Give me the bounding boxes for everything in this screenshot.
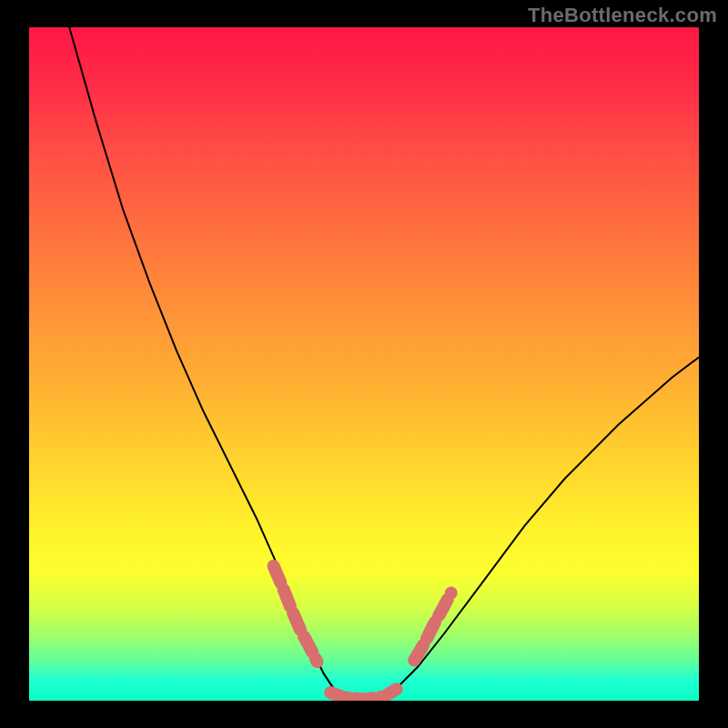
- chart-frame: [29, 27, 699, 701]
- watermark-text: TheBottleneck.com: [528, 4, 717, 27]
- series-bottleneck-curve: [69, 27, 699, 701]
- series-highlight-bottom: [330, 689, 398, 700]
- series-highlight-right: [414, 593, 451, 661]
- series-highlight-left: [274, 566, 318, 662]
- chart-svg: [29, 27, 699, 701]
